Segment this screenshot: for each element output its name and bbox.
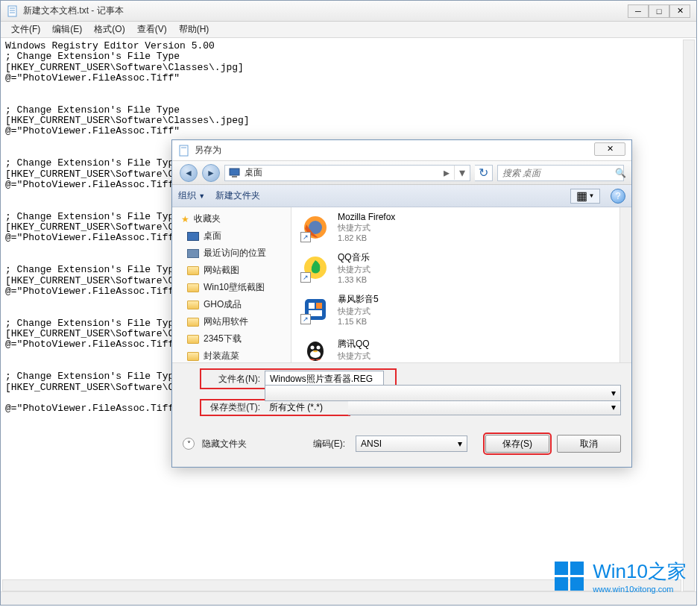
- svg-rect-6: [230, 169, 239, 175]
- dialog-title: 另存为: [195, 144, 594, 157]
- nav-row: ◄ ► 桌面 ▸ ▾ ↻ 🔍: [172, 161, 631, 185]
- list-item[interactable]: ↗ QQ音乐快捷方式1.33 KB: [291, 247, 631, 289]
- sidebar-item-folder[interactable]: 网站截图: [172, 262, 291, 279]
- organize-button[interactable]: 组织 ▼: [178, 189, 205, 202]
- view-options-button[interactable]: ▦▼: [570, 189, 600, 204]
- sidebar-item-folder[interactable]: 网站用软件: [172, 313, 291, 330]
- menu-file[interactable]: 文件(F): [5, 22, 46, 37]
- sidebar-item-folder[interactable]: 封装蔬菜: [172, 348, 291, 362]
- chevron-down-icon: ▼: [198, 192, 205, 200]
- shortcut-badge-icon: ↗: [300, 232, 311, 242]
- toolbar-row: 组织 ▼ 新建文件夹 ▦▼ ?: [172, 185, 631, 207]
- firefox-icon: ↗: [300, 213, 330, 242]
- sidebar-favorites[interactable]: ★ 收藏夹: [172, 210, 291, 227]
- list-item[interactable]: 腾讯QQ快捷方式: [291, 330, 631, 362]
- svg-point-19: [313, 350, 318, 352]
- sidebar-item-folder[interactable]: 2345下载: [172, 330, 291, 348]
- address-text: 桌面: [245, 166, 439, 179]
- hide-folders-label[interactable]: 隐藏文件夹: [202, 438, 306, 450]
- folder-icon: [187, 266, 199, 275]
- cancel-button[interactable]: 取消: [557, 435, 621, 453]
- close-button[interactable]: ✕: [669, 4, 690, 18]
- dialog-close-button[interactable]: ✕: [594, 142, 625, 156]
- chevron-right-icon: ▸: [439, 166, 454, 180]
- svg-point-18: [317, 346, 321, 350]
- filetype-value: 所有文件 (*.*): [265, 401, 348, 414]
- folder-icon: [187, 335, 199, 344]
- menu-edit[interactable]: 编辑(E): [46, 22, 88, 37]
- filetype-label: 保存类型(T):: [202, 401, 260, 414]
- dialog-titlebar[interactable]: 另存为 ✕: [172, 140, 631, 161]
- notepad-title: 新建文本文档.txt - 记事本: [23, 4, 628, 17]
- new-folder-button[interactable]: 新建文件夹: [215, 189, 260, 202]
- desktop-icon: [228, 166, 242, 180]
- nav-back-button[interactable]: ◄: [180, 164, 198, 182]
- form-area: 文件名(N): ▾ 保存类型(T): 所有文件 (*.*) ▾: [172, 362, 631, 429]
- qqmusic-icon: ↗: [300, 253, 330, 283]
- svg-rect-12: [309, 303, 315, 309]
- dialog-icon: [178, 145, 190, 157]
- search-box[interactable]: 🔍: [497, 165, 624, 181]
- sidebar-favorites-label: 收藏夹: [194, 213, 221, 225]
- search-input[interactable]: [502, 168, 615, 178]
- svg-rect-4: [180, 145, 188, 156]
- watermark-brand: Win10之家: [593, 559, 687, 585]
- encoding-select[interactable]: ANSI▾: [356, 436, 467, 452]
- sidebar-item-desktop[interactable]: 桌面: [172, 227, 291, 245]
- watermark-url: www.win10xitong.com: [593, 585, 687, 594]
- sidebar-item-folder[interactable]: GHO成品: [172, 296, 291, 313]
- desktop-icon: [187, 232, 199, 241]
- sidebar-item-recent[interactable]: 最近访问的位置: [172, 245, 291, 262]
- menu-view[interactable]: 查看(V): [131, 22, 173, 37]
- shortcut-badge-icon: ↗: [300, 314, 311, 324]
- filename-label: 文件名(N):: [202, 373, 260, 386]
- shortcut-badge-icon: ↗: [300, 272, 311, 283]
- svg-rect-0: [8, 6, 16, 16]
- sidebar: ★ 收藏夹 桌面 最近访问的位置 网站截图 Win10壁纸截图 GHO成品 网站…: [172, 207, 291, 362]
- notepad-menubar: 文件(F) 编辑(E) 格式(O) 查看(V) 帮助(H): [1, 22, 696, 38]
- menu-format[interactable]: 格式(O): [88, 22, 130, 37]
- expand-folders-button[interactable]: ˅: [183, 438, 195, 450]
- save-button[interactable]: 保存(S): [485, 435, 549, 453]
- save-as-dialog: 另存为 ✕ ◄ ► 桌面 ▸ ▾ ↻ 🔍 组织 ▼ 新建文件夹 ▦▼ ? ★: [171, 139, 632, 468]
- file-list[interactable]: ↗ Mozilla Firefox快捷方式1.82 KB ↗ QQ音乐快捷方式1…: [291, 207, 631, 362]
- list-item[interactable]: ↗ 暴风影音5快捷方式1.15 KB: [291, 289, 631, 330]
- list-scrollbar[interactable]: [619, 207, 631, 362]
- folder-icon: [187, 283, 199, 292]
- svg-rect-13: [316, 303, 322, 309]
- minimize-button[interactable]: ─: [628, 4, 649, 18]
- filetype-row: 保存类型(T): 所有文件 (*.*) ▾: [202, 399, 621, 415]
- svg-point-17: [311, 346, 315, 350]
- star-icon: ★: [181, 214, 189, 224]
- svg-rect-7: [232, 176, 237, 177]
- list-item[interactable]: ↗ Mozilla Firefox快捷方式1.82 KB: [291, 207, 631, 247]
- chevron-down-icon: ▾: [611, 388, 616, 398]
- refresh-button[interactable]: ↻: [475, 165, 493, 181]
- recent-icon: [187, 249, 199, 258]
- nav-forward-button[interactable]: ►: [202, 164, 220, 182]
- watermark: Win10之家 www.win10xitong.com: [555, 559, 687, 594]
- filetype-select[interactable]: ▾: [348, 399, 621, 415]
- vertical-scrollbar[interactable]: [683, 40, 695, 591]
- dialog-body: ★ 收藏夹 桌面 最近访问的位置 网站截图 Win10壁纸截图 GHO成品 网站…: [172, 207, 631, 362]
- search-icon: 🔍: [615, 168, 626, 178]
- filename-dropdown[interactable]: ▾: [265, 385, 621, 401]
- maximize-button[interactable]: □: [649, 4, 669, 18]
- encoding-label: 编码(E):: [313, 438, 345, 450]
- menu-help[interactable]: 帮助(H): [173, 22, 215, 37]
- watermark-logo-icon: [555, 562, 584, 591]
- help-button[interactable]: ?: [611, 189, 625, 204]
- address-dropdown-icon[interactable]: ▾: [454, 166, 470, 180]
- sidebar-item-folder[interactable]: Win10壁纸截图: [172, 279, 291, 296]
- folder-icon: [187, 301, 199, 309]
- chevron-down-icon: ▾: [458, 438, 462, 449]
- bottom-row: ˅ 隐藏文件夹 编码(E): ANSI▾ 保存(S) 取消: [172, 429, 631, 463]
- notepad-titlebar[interactable]: 新建文本文档.txt - 记事本 ─ □ ✕: [1, 1, 696, 22]
- address-bar[interactable]: 桌面 ▸ ▾: [224, 165, 470, 181]
- qq-icon: [300, 335, 330, 362]
- baofeng-icon: ↗: [300, 295, 330, 324]
- notepad-icon: [7, 5, 19, 17]
- folder-icon: [187, 352, 199, 361]
- chevron-down-icon: ▾: [611, 402, 616, 412]
- window-controls: ─ □ ✕: [628, 4, 690, 18]
